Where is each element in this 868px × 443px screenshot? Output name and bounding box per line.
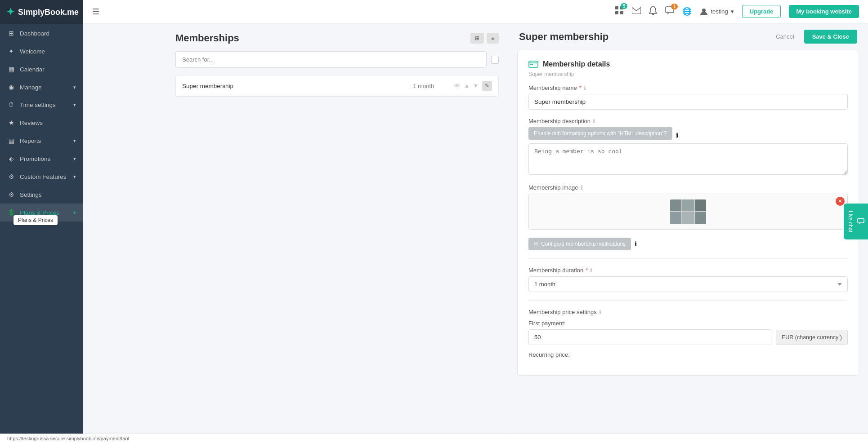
desc-info-icon[interactable]: ℹ	[593, 118, 595, 124]
svg-rect-10	[530, 64, 533, 65]
edit-button[interactable]: ✎	[482, 81, 492, 91]
sidebar-item-custom-features[interactable]: ⚙ Custom Features ▾	[0, 168, 83, 186]
first-payment-row: First payment: EUR (change currency )	[528, 320, 848, 345]
details-title: Super membership	[519, 31, 608, 43]
sidebar-item-time-settings[interactable]: ⏱ Time settings ▾	[0, 96, 83, 114]
plans-prices-tooltip: Plans & Prices	[13, 215, 58, 225]
membership-actions: 👁 ▲ ▼ ✎	[454, 81, 492, 91]
search-input[interactable]	[175, 51, 487, 68]
reviews-icon: ★	[7, 119, 15, 126]
settings-icon: ⚙	[7, 191, 15, 198]
svg-rect-0	[615, 6, 618, 9]
sidebar-item-plans-prices[interactable]: 💲 Plans & Prices ▾ Plans & Prices	[0, 204, 83, 222]
membership-description-label: Membership description ℹ	[528, 118, 848, 124]
bell-button[interactable]	[649, 6, 657, 17]
membership-description-group: Membership description ℹ Enable rich for…	[528, 118, 848, 176]
first-payment-input[interactable]	[528, 329, 771, 345]
membership-list-item[interactable]: Super membership 1 month 👁 ▲ ▼ ✎	[175, 75, 499, 97]
visibility-toggle[interactable]: 👁	[454, 82, 461, 89]
chevron-down-icon: ▾	[73, 102, 76, 108]
sidebar: ✦ SimplyBook.me ⊞ Dashboard ✦ Welcome ▦ …	[0, 0, 83, 443]
image-upload-area[interactable]: ✕	[528, 194, 848, 230]
html-description-button[interactable]: Enable rich formatting options with "HTM…	[528, 127, 672, 140]
sidebar-item-calendar[interactable]: ▦ Calendar	[0, 60, 83, 78]
hamburger-icon[interactable]: ☰	[92, 7, 99, 17]
memberships-panel: Memberships ⊞ ≡ Super membership 1 month…	[166, 23, 508, 443]
image-info-icon[interactable]: ℹ	[581, 184, 583, 191]
sidebar-item-promotions[interactable]: ⬖ Promotions ▾	[0, 150, 83, 168]
membership-duration-group: Membership duration * ℹ 1 month 3 months…	[528, 267, 848, 292]
save-close-button[interactable]: Save & Close	[804, 30, 857, 44]
time-settings-icon: ⏱	[7, 102, 15, 108]
select-all-checkbox[interactable]	[491, 56, 499, 64]
sidebar-item-reports[interactable]: ▦ Reports ▾	[0, 132, 83, 150]
price-settings-group: Membership price settings ℹ First paymen…	[528, 309, 848, 358]
sidebar-logo[interactable]: ✦ SimplyBook.me	[0, 0, 83, 24]
configure-notifications-button[interactable]: ✉ Configure membership notifications	[528, 238, 631, 250]
sidebar-item-reviews[interactable]: ★ Reviews	[0, 114, 83, 132]
description-textarea[interactable]: Being a member is so cool	[528, 143, 848, 175]
mail-button[interactable]	[632, 7, 641, 16]
sidebar-item-manage[interactable]: ◉ Manage ▾	[0, 78, 83, 96]
apps-badge: 9	[621, 3, 628, 9]
promotions-icon: ⬖	[7, 155, 15, 162]
html-desc-info-icon[interactable]: ℹ	[676, 132, 678, 139]
sidebar-item-label: Manage	[20, 84, 42, 91]
grid-view-button[interactable]: ⊞	[470, 33, 484, 44]
duration-select[interactable]: 1 month 3 months 6 months 1 year	[528, 276, 848, 292]
sidebar-item-label: Promotions	[20, 155, 50, 162]
custom-features-icon: ⚙	[7, 173, 15, 180]
user-chevron-icon: ▾	[731, 8, 734, 15]
sidebar-item-welcome[interactable]: ✦ Welcome	[0, 42, 83, 60]
svg-rect-8	[529, 61, 538, 67]
move-down-button[interactable]: ▼	[473, 83, 479, 89]
svg-rect-3	[620, 11, 623, 14]
name-info-icon[interactable]: ℹ	[584, 84, 586, 91]
membership-image-group: Membership image ℹ ✕	[528, 184, 848, 230]
move-up-button[interactable]: ▲	[464, 83, 470, 89]
list-view-button[interactable]: ≡	[487, 33, 499, 44]
membership-name: Super membership	[182, 83, 407, 89]
membership-card-icon	[528, 59, 538, 69]
svg-rect-2	[615, 11, 618, 14]
sidebar-item-dashboard[interactable]: ⊞ Dashboard	[0, 24, 83, 42]
required-indicator: *	[579, 84, 582, 91]
recurring-price-label: Recurring price:	[528, 351, 848, 358]
html-desc-label: Enable rich formatting options with "HTM…	[534, 130, 667, 137]
sidebar-item-settings[interactable]: ⚙ Settings	[0, 186, 83, 204]
card-subtitle: Super membership	[528, 71, 848, 77]
upgrade-button[interactable]: Upgrade	[742, 5, 781, 18]
membership-name-input[interactable]	[528, 94, 848, 110]
user-menu[interactable]: testing ▾	[700, 8, 734, 16]
duration-required-indicator: *	[586, 267, 588, 274]
search-row	[175, 51, 499, 68]
price-settings-label: Membership price settings ℹ	[528, 309, 848, 315]
chevron-down-icon: ▾	[73, 174, 76, 180]
membership-duration: 1 month	[413, 83, 449, 89]
sidebar-item-label: Reviews	[20, 120, 43, 126]
calendar-icon: ▦	[7, 66, 15, 73]
remove-image-button[interactable]: ✕	[836, 197, 845, 206]
membership-name-label: Membership name * ℹ	[528, 84, 848, 91]
currency-badge[interactable]: EUR (change currency )	[776, 330, 848, 345]
sidebar-item-label: Dashboard	[20, 30, 49, 37]
chevron-down-icon: ▾	[73, 138, 76, 144]
memberships-title: Memberships	[175, 32, 239, 44]
booking-website-button[interactable]: My booking website	[789, 5, 859, 18]
globe-icon[interactable]: 🌐	[682, 7, 692, 16]
card-title: Membership details	[543, 60, 610, 68]
manage-icon: ◉	[7, 84, 15, 91]
cancel-button[interactable]: Cancel	[770, 30, 799, 43]
details-header: Super membership Cancel Save & Close	[508, 23, 868, 50]
price-settings-info-icon[interactable]: ℹ	[599, 309, 601, 315]
section-divider	[528, 258, 848, 259]
reports-icon: ▦	[7, 137, 15, 144]
apps-button[interactable]: 9	[615, 6, 624, 17]
chat-badge: 1	[671, 4, 678, 9]
live-chat-button[interactable]: Live chat	[844, 204, 868, 239]
card-header: Membership details	[528, 59, 848, 69]
welcome-icon: ✦	[7, 48, 15, 55]
notif-info-icon[interactable]: ℹ	[635, 240, 637, 248]
chat-button[interactable]: 1	[665, 6, 674, 17]
duration-info-icon[interactable]: ℹ	[590, 267, 592, 274]
